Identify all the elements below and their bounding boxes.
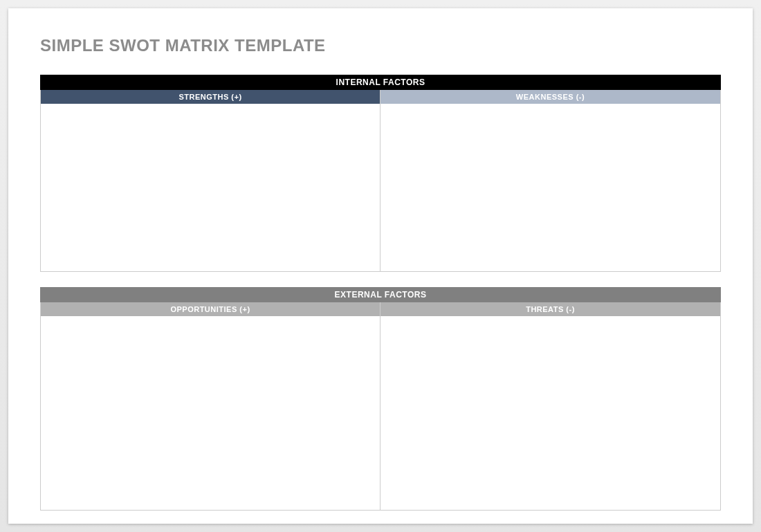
internal-columns: STRENGTHS (+) WEAKNESSES (-) (40, 90, 721, 272)
opportunities-body[interactable] (41, 316, 380, 510)
document-page: SIMPLE SWOT MATRIX TEMPLATE INTERNAL FAC… (8, 8, 753, 524)
external-section: EXTERNAL FACTORS OPPORTUNITIES (+) THREA… (40, 287, 721, 511)
page-title: SIMPLE SWOT MATRIX TEMPLATE (40, 36, 721, 55)
threats-header: THREATS (-) (380, 302, 720, 316)
threats-body[interactable] (380, 316, 720, 510)
strengths-header: STRENGTHS (+) (41, 90, 380, 104)
weaknesses-column: WEAKNESSES (-) (380, 90, 720, 271)
strengths-body[interactable] (41, 104, 380, 271)
opportunities-header: OPPORTUNITIES (+) (41, 302, 380, 316)
internal-section: INTERNAL FACTORS STRENGTHS (+) WEAKNESSE… (40, 75, 721, 272)
internal-factors-header: INTERNAL FACTORS (40, 75, 721, 90)
weaknesses-body[interactable] (380, 104, 720, 271)
opportunities-column: OPPORTUNITIES (+) (41, 302, 380, 510)
external-factors-header: EXTERNAL FACTORS (40, 287, 721, 302)
strengths-column: STRENGTHS (+) (41, 90, 380, 271)
threats-column: THREATS (-) (380, 302, 720, 510)
weaknesses-header: WEAKNESSES (-) (380, 90, 720, 104)
external-columns: OPPORTUNITIES (+) THREATS (-) (40, 302, 721, 511)
